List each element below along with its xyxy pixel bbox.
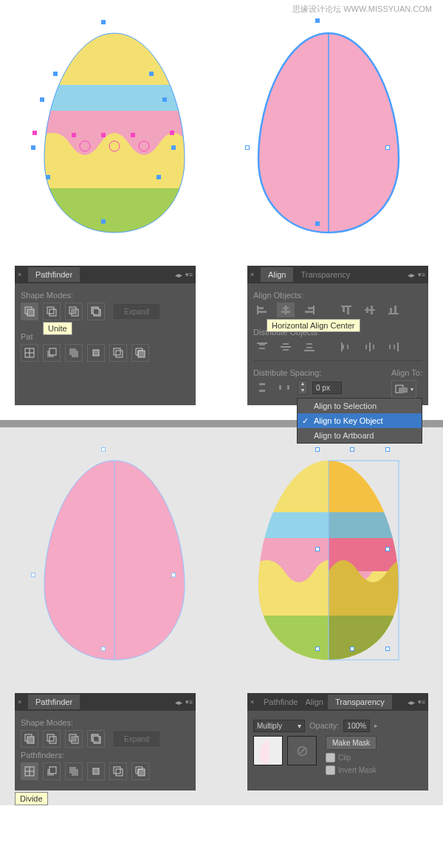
artwork-pink-egg-selected[interactable] [233,15,425,251]
mask-thumbnail[interactable]: ⊘ [287,736,317,765]
align-top-button[interactable] [337,303,355,317]
trim-button[interactable] [43,344,61,362]
minus-back-button[interactable] [131,344,149,362]
vdist-space-button[interactable] [253,380,271,395]
exclude-button[interactable] [87,730,105,748]
make-mask-button[interactable]: Make Mask [326,736,377,750]
shape-modes-label: Shape Modes: [21,718,190,727]
hdist-right-button[interactable] [385,340,402,354]
panel-collapse-icon[interactable]: ◂▸ [408,271,415,279]
spacing-stepper[interactable]: ▲▼ [298,380,308,395]
svg-rect-14 [72,309,76,314]
panel-menu-icon[interactable]: ▾≡ [418,271,425,278]
hdist-center-button[interactable] [361,340,379,354]
svg-rect-95 [49,767,56,774]
svg-rect-68 [287,385,289,390]
outline-button[interactable] [109,344,127,362]
trim-button[interactable] [43,762,61,780]
minus-front-button[interactable] [43,730,61,748]
pathfinder-tab[interactable]: Pathfinder [28,695,80,709]
svg-rect-90 [94,737,98,741]
panel-close-icon[interactable]: × [18,698,25,706]
align-bottom-button[interactable] [385,303,402,317]
pathfinder-tab[interactable]: Pathfinder [28,267,80,282]
svg-rect-28 [138,351,145,357]
expand-button[interactable]: Expand [114,304,159,319]
minus-front-button[interactable] [43,303,61,320]
svg-rect-40 [347,307,349,314]
panel-collapse-icon[interactable]: ◂▸ [175,698,182,706]
vdist-bottom-button[interactable] [301,340,318,354]
unite-button[interactable] [21,303,38,320]
intersect-button[interactable] [65,730,83,748]
align-tab[interactable]: Align [261,267,293,282]
svg-rect-0 [30,26,199,85]
panel-close-icon[interactable]: × [250,698,258,706]
svg-rect-48 [259,344,265,345]
svg-rect-58 [347,345,348,349]
panel-collapse-icon[interactable]: ◂▸ [175,271,182,279]
unite-button[interactable] [21,730,38,748]
panel-menu-icon[interactable]: ▾≡ [185,271,193,278]
align-left-button[interactable] [253,303,271,317]
artwork-striped-egg[interactable] [18,15,210,251]
svg-rect-63 [394,345,395,349]
outline-button[interactable] [109,762,127,780]
object-thumbnail[interactable] [253,736,283,765]
hdist-space-button[interactable] [275,380,293,395]
vdist-top-button[interactable] [253,340,271,354]
opacity-dropdown-icon[interactable]: ▸ [374,722,378,729]
svg-rect-50 [283,343,289,345]
svg-rect-45 [390,308,392,313]
invert-mask-checkbox[interactable]: Invert Mask [326,765,377,775]
align-to-artboard-item[interactable]: Align to Artboard [298,428,422,443]
minus-back-button[interactable] [131,762,149,780]
exclude-button[interactable] [87,303,105,320]
panel-close-icon[interactable]: × [250,271,258,278]
crop-button[interactable] [87,344,105,362]
opacity-label: Opacity: [309,721,339,730]
panel-menu-icon[interactable]: ▾≡ [418,698,425,706]
panel-menu-icon[interactable]: ▾≡ [185,698,193,706]
svg-rect-101 [138,769,145,776]
svg-rect-98 [93,768,99,774]
opacity-input[interactable]: 100% [343,720,370,732]
align-hcenter-button[interactable] [277,303,295,317]
transparency-tab-active[interactable]: Transparency [328,695,392,709]
intersect-button[interactable] [65,303,83,320]
align-to-button[interactable]: ▾ [391,380,416,398]
transparency-tab[interactable]: Transparency [293,267,357,282]
svg-rect-27 [116,351,123,357]
blend-mode-select[interactable]: Multiply▾ [253,720,305,732]
svg-rect-37 [305,311,313,313]
align-tab-inactive[interactable]: Align [301,695,327,709]
pathfinder-tab-inactive[interactable]: Pathfinde [261,695,301,709]
hcenter-tooltip: Horizontal Align Center [267,319,360,332]
align-to-selection-item[interactable]: Align to Selection [298,399,422,413]
align-vcenter-button[interactable] [361,303,379,317]
expand-button[interactable]: Expand [114,731,159,746]
hdist-left-button[interactable] [337,340,355,354]
svg-rect-97 [72,769,78,776]
spacing-input[interactable] [312,382,342,394]
panel-collapse-icon[interactable]: ◂▸ [408,698,415,706]
svg-rect-61 [373,345,374,349]
artwork-pink-egg-light[interactable] [18,442,210,678]
clip-checkbox[interactable]: Clip [326,753,377,762]
align-right-button[interactable] [301,303,318,317]
align-panel: × Align Transparency ◂▸ ▾≡ Align Objects… [247,266,428,405]
svg-rect-83 [47,734,54,741]
align-to-key-object-item[interactable]: ✓Align to Key Object [298,413,422,428]
pathfinder-panel: × Pathfinder ◂▸ ▾≡ Shape Modes: Expand U… [15,266,196,405]
merge-button[interactable] [65,344,83,362]
svg-rect-46 [394,306,396,313]
artwork-multiply-egg[interactable] [233,442,425,678]
align-objects-label: Align Objects: [253,291,422,300]
crop-button[interactable] [87,762,105,780]
vdist-center-button[interactable] [277,340,295,354]
panel-close-icon[interactable]: × [18,271,25,278]
divide-button[interactable] [21,344,38,362]
svg-rect-99 [114,767,120,774]
merge-button[interactable] [65,762,83,780]
divide-button[interactable] [21,762,38,780]
